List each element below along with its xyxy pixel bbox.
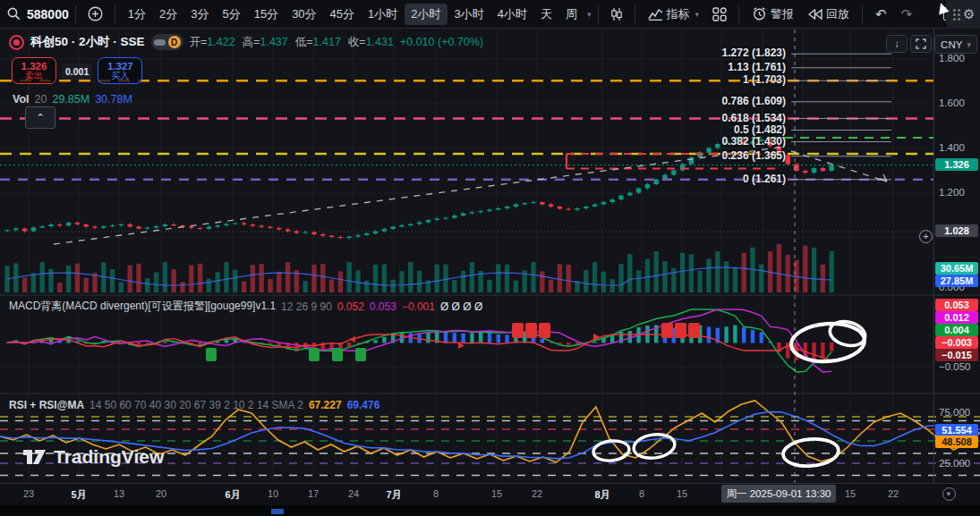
time-label-8: 8 (433, 488, 439, 499)
price-scale-1.400: 1.400 (939, 142, 965, 153)
chart-title[interactable]: 科创50 · 2小时 · SSE (30, 34, 145, 50)
bottom-strip-artifact (271, 509, 284, 514)
drag-dots-icon[interactable] (953, 9, 960, 21)
tradingview-watermark: TradingView (23, 446, 164, 468)
time-label-22: 22 (888, 488, 899, 499)
indicators-button[interactable]: 指标▾ (642, 4, 706, 25)
chart-legend: 科创50 · 2小时 · SSE D 开=1.422高=1.437低=1.417… (9, 34, 483, 50)
chart-canvas[interactable] (0, 0, 980, 516)
rsi-title: RSI + RSI@MA (9, 399, 84, 411)
add-order-plus-icon[interactable]: + (919, 230, 933, 243)
trade-panel: 1.326卖出 0.001 1.327买入 (12, 57, 142, 84)
divider (75, 5, 76, 23)
screenshot-frame-button[interactable] (910, 35, 932, 53)
buy-button[interactable]: 1.327买入 (98, 57, 142, 84)
timezone-target-icon[interactable] (942, 487, 956, 501)
ohlc-低: 低=1.417 (295, 35, 341, 50)
fib-label-1.272: 1.272 (1.823) (722, 47, 786, 59)
compare-add-icon[interactable] (82, 6, 108, 21)
gear-icon[interactable]: ⚙ (963, 6, 975, 22)
rsi-value: 67.227 (309, 399, 342, 411)
rsi-scale-25: 25.000 (939, 458, 970, 469)
macd-params: 12 26 9 90 (281, 300, 332, 313)
time-label-8: 8 (639, 488, 644, 499)
timeframe-45分[interactable]: 45分 (324, 4, 361, 25)
alarm-clock-icon (752, 6, 767, 21)
templates-grid-icon[interactable] (707, 7, 732, 21)
price-scale-1.600: 1.600 (939, 97, 965, 108)
rsi-params: 14 50 60 70 40 30 20 67 39 2 10 2 14 SMA… (89, 399, 303, 411)
replay-button[interactable]: 回放 (802, 4, 856, 25)
timeframe-30分[interactable]: 30分 (285, 4, 322, 25)
volume-badge: 30.65M (935, 262, 978, 275)
fib-label-1: 1 (1.703) (743, 73, 786, 86)
rsi-pane-header[interactable]: RSI + RSI@MA 14 50 60 70 40 30 20 67 39 … (9, 399, 379, 411)
time-label-8月: 8月 (594, 488, 609, 502)
time-label-5月: 5月 (71, 488, 86, 502)
timeframe-3小时[interactable]: 3小时 (448, 4, 490, 25)
macd-axis-badge-1: 0.012 (935, 311, 978, 324)
volume-ma-value: 30.78M (95, 93, 132, 106)
macd-title: MACD背离(MACD divergent)[可设置报警][gouge99]v1… (9, 299, 276, 314)
chevron-down-icon[interactable]: ▾ (587, 10, 592, 19)
divider (598, 5, 599, 23)
search-icon[interactable] (7, 7, 21, 21)
macd-pane-header[interactable]: MACD背离(MACD divergent)[可设置报警][gouge99]v1… (9, 299, 482, 314)
sell-button[interactable]: 1.326卖出 (12, 57, 56, 84)
fib-label-0.786: 0.786 (1.609) (722, 95, 786, 107)
change-value: +0.010 (+0.70%) (400, 36, 483, 48)
timeframe-15分[interactable]: 15分 (248, 4, 285, 25)
ohlc-收: 收=1.431 (348, 35, 394, 50)
timeframe-4小时[interactable]: 4小时 (491, 4, 533, 25)
eye-toggle-icon (154, 39, 166, 46)
timeframe-天[interactable]: 天 (534, 4, 558, 25)
volume-param: 20 (35, 93, 47, 106)
price-scale-1.200: 1.200 (939, 187, 965, 198)
indicators-icon (648, 8, 663, 21)
time-label-15: 15 (677, 488, 687, 499)
collapse-pane-button[interactable]: ⌃ (25, 106, 55, 129)
rsi-badge: 48.508 (935, 436, 978, 448)
symbol-logo (9, 35, 24, 50)
time-label-10: 10 (268, 488, 278, 499)
chevron-down-icon: ▾ (695, 10, 700, 19)
macd-value-3: −0.001 (402, 300, 435, 313)
currency-dropdown[interactable]: CNY▾ (934, 35, 977, 54)
timeframe-bar: 1分2分3分5分15分30分45分1小时2小时3小时4小时天周 (122, 4, 584, 25)
rsi-scale-75: 75.000 (939, 407, 970, 418)
timeframe-2分[interactable]: 2分 (153, 4, 183, 25)
time-label-17: 17 (308, 488, 319, 499)
rsi-ma-value: 69.476 (347, 399, 380, 411)
timeframe-1小时[interactable]: 1小时 (362, 4, 404, 25)
alert-button[interactable]: 警报 (746, 4, 800, 25)
divider (635, 5, 635, 23)
level-price-badge: 1.028 (935, 224, 978, 237)
fib-retracement[interactable] (791, 54, 891, 180)
timeframe-1分[interactable]: 1分 (122, 4, 152, 25)
bottom-strip (0, 505, 980, 516)
fib-label-0.382: 0.382 (1.430) (722, 135, 786, 148)
timeframe-5分[interactable]: 5分 (216, 4, 246, 25)
symbol-search-button[interactable]: 588000 (27, 7, 69, 21)
fib-label-0.5: 0.5 (1.482) (734, 123, 786, 136)
macd-axis-badge-2: 0.004 (935, 324, 978, 336)
time-label-24: 24 (348, 488, 359, 499)
timeframe-3分[interactable]: 3分 (184, 4, 215, 25)
scroll-to-recent-button[interactable]: ↓ (886, 35, 908, 53)
ohlc-高: 高=1.437 (243, 35, 288, 50)
spread-value: 0.001 (62, 63, 92, 80)
time-label-13: 13 (114, 488, 124, 499)
redo-icon[interactable]: ↷ (895, 4, 919, 25)
timeframe-周[interactable]: 周 (559, 4, 584, 25)
timeframe-2小时[interactable]: 2小时 (405, 4, 447, 25)
macd-zeros: Ø Ø Ø Ø (440, 300, 482, 313)
top-toolbar: 588000 1分2分3分5分15分30分45分1小时2小时3小时4小时天周 ▾… (0, 0, 980, 29)
volume-label: Vol (13, 93, 30, 106)
fib-label-0: 0 (1.261) (743, 173, 786, 185)
candle-style-icon[interactable] (605, 7, 628, 21)
divider (738, 5, 739, 23)
undo-icon[interactable]: ↶ (869, 4, 893, 25)
divider (115, 5, 115, 23)
interval-toggle[interactable]: D (151, 34, 183, 50)
frame-icon (916, 38, 926, 49)
